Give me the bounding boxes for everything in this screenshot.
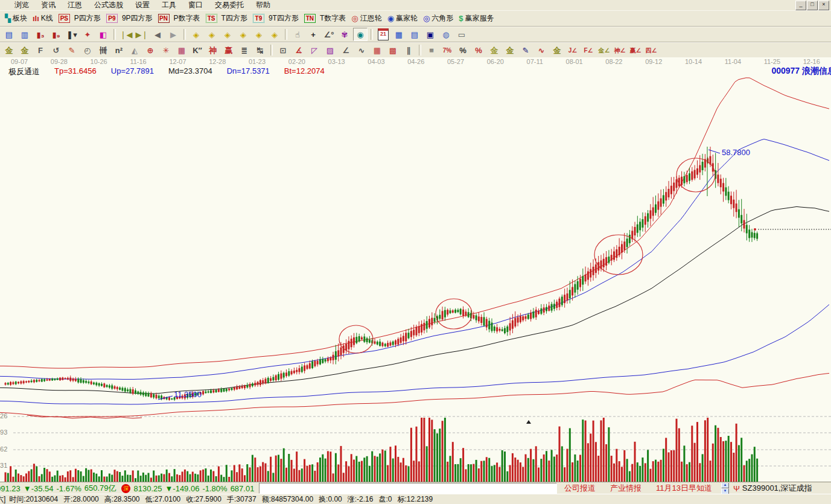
p9-square-icon[interactable]: P99P四方形 <box>106 12 156 25</box>
angle-fan-icon[interactable]: ∠ <box>339 43 353 57</box>
si-slope-icon[interactable]: 四∠ <box>644 43 658 57</box>
chart9-icon[interactable]: ▮₉ <box>49 28 63 41</box>
percent-line-icon[interactable]: % <box>471 43 486 57</box>
winner-service-icon[interactable]: $赢家服务 <box>458 12 497 25</box>
menu-item[interactable]: 工具 <box>156 0 182 10</box>
red-wave-icon[interactable]: ∿ <box>534 43 549 57</box>
save-icon[interactable]: ▣ <box>423 28 438 41</box>
minimize-button[interactable]: _ <box>795 1 806 10</box>
gold-lines-icon[interactable]: 金 <box>503 43 517 57</box>
grid-box-icon[interactable]: ▦ <box>174 43 189 57</box>
purple-grid-icon[interactable]: ▨ <box>323 43 337 57</box>
menu-item[interactable]: 江恩 <box>62 0 88 10</box>
blocks-icon[interactable]: ▚板块 <box>4 12 31 25</box>
company-news-link[interactable]: 公司报道 <box>564 483 596 494</box>
spinner-control[interactable]: ▲▼ <box>721 483 729 494</box>
gold-slope-icon[interactable]: 金∠ <box>597 43 611 57</box>
gann-wheel-icon[interactable]: ◎江恩轮 <box>351 12 385 25</box>
box-tool-icon[interactable]: ⊡ <box>276 43 290 57</box>
gold-ruler-icon[interactable]: 金 <box>2 43 16 57</box>
menu-item[interactable]: 资讯 <box>35 0 62 10</box>
gold-ruler2-icon[interactable]: 金 <box>18 43 32 57</box>
k-mark-icon[interactable]: K″ <box>190 43 205 57</box>
pattern-icon[interactable]: ✦ <box>80 28 95 41</box>
diamond-star-icon[interactable]: ◈ <box>252 28 266 41</box>
f-ruler-icon[interactable]: F <box>33 43 48 57</box>
report-doc-icon[interactable]: ▤ <box>2 28 16 41</box>
next-icon[interactable]: ▶ <box>166 28 180 41</box>
diamond-grid-icon[interactable]: ◈ <box>267 28 282 41</box>
span-arrows-icon[interactable]: ↹ <box>253 43 267 57</box>
menu-item[interactable]: 帮助 <box>250 0 276 10</box>
menu-item[interactable]: 交易委托 <box>209 0 250 10</box>
menu-item[interactable]: 设置 <box>129 0 156 10</box>
price-chart-svg[interactable] <box>0 57 831 482</box>
winner-wheel-icon[interactable]: ◉赢家轮 <box>387 12 421 25</box>
prev-icon[interactable]: ◀ <box>150 28 165 41</box>
quote-list-icon[interactable]: ▥ <box>18 28 32 41</box>
kline-icon[interactable]: ılıK线 <box>32 12 57 25</box>
diamond-x-icon[interactable]: ◈ <box>236 28 250 41</box>
candle-type-dropdown[interactable]: ❚▾ <box>65 28 79 41</box>
comb-ruler-icon[interactable]: 卌 <box>96 43 110 57</box>
colored-chart-icon[interactable]: ◧ <box>96 28 110 41</box>
shen-ruler-icon[interactable]: 神 <box>206 43 220 57</box>
chart3-icon[interactable]: ▮₃ <box>33 28 48 41</box>
f-angle-icon[interactable]: F∠ <box>581 43 596 57</box>
parallel-lines-icon[interactable]: ∥ <box>401 43 416 57</box>
star-web-icon[interactable]: ✳ <box>159 43 173 57</box>
ts-square-icon[interactable]: TST四方形 <box>205 12 251 25</box>
ying-slope-icon[interactable]: 赢∠ <box>628 43 643 57</box>
angle-measure-icon[interactable]: ∠° <box>322 28 336 41</box>
restore-button[interactable]: □ <box>807 1 818 10</box>
calendar-icon[interactable]: 21 <box>376 28 390 41</box>
indicator-name[interactable]: 极反通道 <box>8 66 40 77</box>
structure-icon[interactable]: ◉ <box>353 28 368 41</box>
gold-circle-icon[interactable]: 金 <box>487 43 501 57</box>
tn-table-icon[interactable]: TNT数字表 <box>304 12 349 25</box>
red-fan-icon[interactable]: ∡ <box>291 43 306 57</box>
last-icon[interactable]: ▶❘ <box>135 28 149 41</box>
mirror-triangle-icon[interactable]: ◭ <box>127 43 142 57</box>
crosshair-icon[interactable]: + <box>306 28 320 41</box>
menu-item[interactable]: 浏览 <box>8 0 35 10</box>
pn-table-icon[interactable]: PNP数字表 <box>158 12 204 25</box>
gann-clock-icon[interactable]: ◴ <box>80 43 95 57</box>
diamond-hsplit-icon[interactable]: ◈ <box>220 28 235 41</box>
diamond-right-icon[interactable]: ◈ <box>205 28 219 41</box>
gann-box-tool-icon[interactable]: ✾ <box>337 28 352 41</box>
price-scale-icon[interactable]: ≡ <box>424 43 439 57</box>
pen-candle-icon[interactable]: ✎ <box>518 43 533 57</box>
abacus-icon[interactable]: ≣ <box>237 43 252 57</box>
t9-square-icon[interactable]: T99T四方形 <box>252 12 302 25</box>
percent-icon[interactable]: % <box>456 43 470 57</box>
wave-tool-icon[interactable]: ∿ <box>354 43 369 57</box>
memo-icon[interactable]: ▤ <box>407 28 422 41</box>
command-input[interactable] <box>259 483 557 494</box>
ps-square-icon[interactable]: PSP四方形 <box>58 12 104 25</box>
first-icon[interactable]: ❘◀ <box>119 28 133 41</box>
calculator-icon[interactable]: ▦ <box>392 28 406 41</box>
purple-fan-icon[interactable]: ◸ <box>307 43 322 57</box>
hexagon-icon[interactable]: ◎六角形 <box>422 12 457 25</box>
marker-pen-icon[interactable]: ✎ <box>65 43 79 57</box>
target-icon[interactable]: ⊕ <box>143 43 158 57</box>
percent7-icon[interactable]: 7% <box>440 43 454 57</box>
diamond-left-icon[interactable]: ◈ <box>189 28 203 41</box>
morning-brief-link[interactable]: 11月13日早知道 <box>656 483 712 494</box>
ying-ruler-icon[interactable]: 赢 <box>221 43 236 57</box>
gold-angle-icon[interactable]: 金 <box>550 43 564 57</box>
printer-icon[interactable]: ▭ <box>454 28 469 41</box>
shen-slope-icon[interactable]: 神∠ <box>613 43 627 57</box>
menu-item[interactable]: 窗口 <box>182 0 209 10</box>
publish-icon[interactable]: ◍ <box>439 28 453 41</box>
square-number-icon[interactable]: n² <box>112 43 126 57</box>
chart-panel[interactable]: 09-0709-2810-2611-1612-0712-2801-2302-20… <box>0 57 831 482</box>
spiral-icon[interactable]: ↺ <box>49 43 63 57</box>
industry-info-link[interactable]: 产业情报 <box>610 483 642 494</box>
menu-item[interactable]: 公式选股 <box>88 0 129 10</box>
red-grid2-icon[interactable]: ▩ <box>386 43 400 57</box>
close-button[interactable]: × <box>818 1 829 10</box>
red-grid-icon[interactable]: ▦ <box>370 43 384 57</box>
j-angle-icon[interactable]: J∠ <box>565 43 580 57</box>
